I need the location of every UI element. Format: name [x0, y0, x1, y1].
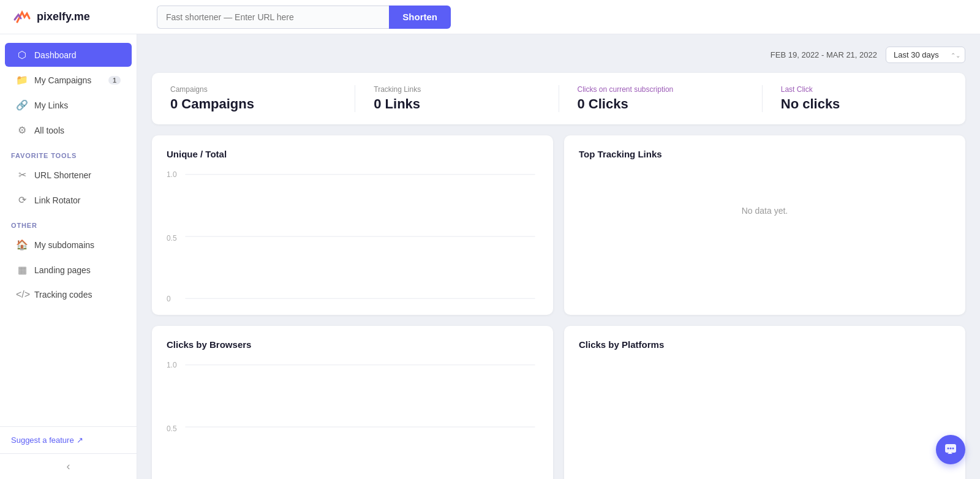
chart-top-links: Top Tracking Links No data yet. [564, 135, 965, 315]
stats-row: Campaigns 0 Campaigns Tracking Links 0 L… [152, 73, 965, 124]
sidebar-label-subdomains: My subdomains [34, 240, 94, 250]
url-shortener-icon: ✂ [16, 169, 28, 181]
chart-platforms-title: Clicks by Platforms [579, 339, 951, 350]
stat-last-click-value: No clicks [781, 96, 947, 112]
chart-unique-total-area: 1.0 0.5 0 12AM 3AM 6AM 9AM 12PM 3PM [167, 169, 538, 304]
stat-last-click: Last Click No clicks [763, 85, 965, 112]
svg-text:0.5: 0.5 [167, 234, 177, 243]
sidebar-item-landing-pages[interactable]: ▦ Landing pages [5, 258, 132, 282]
logo-icon [12, 7, 32, 27]
sidebar-collapse-button[interactable]: ‹ [0, 453, 137, 479]
tracking-codes-icon: </> [16, 289, 28, 300]
stat-campaigns-label: Campaigns [170, 85, 336, 94]
landing-pages-icon: ▦ [16, 264, 28, 276]
no-data-top-links: No data yet. [579, 169, 951, 252]
svg-text:0: 0 [167, 295, 171, 303]
chat-button[interactable] [936, 435, 965, 464]
sidebar-label-campaigns: My Campaigns [34, 75, 91, 85]
sidebar: ⬡ Dashboard 📁 My Campaigns 1 🔗 My Links … [0, 34, 137, 479]
sidebar-label-link-rotator: Link Rotator [34, 195, 80, 205]
links-icon: 🔗 [16, 99, 28, 111]
suggest-feature-link[interactable]: Suggest a feature ↗ [11, 436, 126, 445]
chart-unique-total-title: Unique / Total [167, 149, 538, 159]
sidebar-nav: ⬡ Dashboard 📁 My Campaigns 1 🔗 My Links … [0, 34, 137, 426]
section-favorite: FAVORITE TOOLS [0, 145, 137, 162]
svg-point-32 [950, 448, 952, 450]
sidebar-item-tracking-codes[interactable]: </> Tracking codes [5, 283, 132, 306]
charts-grid: Unique / Total 1.0 0.5 0 12AM 3AM [152, 135, 965, 479]
section-other: OTHER [0, 214, 137, 232]
link-rotator-icon: ⟳ [16, 194, 28, 206]
chart-top-links-area: No data yet. [579, 169, 951, 304]
sidebar-label-alltools: All tools [34, 126, 64, 135]
chat-icon [944, 443, 957, 456]
chart-platforms: Clicks by Platforms [564, 326, 965, 479]
sidebar-item-link-rotator[interactable]: ⟳ Link Rotator [5, 188, 132, 212]
sidebar-label-landing-pages: Landing pages [34, 265, 91, 275]
sidebar-item-links[interactable]: 🔗 My Links [5, 93, 132, 117]
svg-point-31 [948, 448, 949, 450]
logo-text: pixelfy.me [37, 10, 90, 23]
date-range-text: FEB 19, 2022 - MAR 21, 2022 [771, 50, 877, 59]
stat-last-click-label: Last Click [781, 85, 947, 94]
stat-links-value: 0 Links [374, 96, 540, 112]
shorten-button[interactable]: Shorten [389, 6, 451, 29]
svg-text:1.0: 1.0 [167, 361, 177, 369]
app-body: ⬡ Dashboard 📁 My Campaigns 1 🔗 My Links … [0, 34, 980, 479]
suggest-icon: ↗ [77, 436, 83, 445]
stat-links: Tracking Links 0 Links [355, 85, 559, 112]
url-shortener-form: Shorten [157, 6, 451, 29]
campaigns-icon: 📁 [16, 74, 28, 86]
sidebar-item-dashboard[interactable]: ⬡ Dashboard [5, 43, 132, 67]
dashboard-icon: ⬡ [16, 49, 28, 61]
stat-links-label: Tracking Links [374, 85, 540, 94]
subdomains-icon: 🏠 [16, 239, 28, 251]
chart-unique-total: Unique / Total 1.0 0.5 0 12AM 3AM [152, 135, 553, 315]
chart-browsers-area: 1.0 0.5 0 12AM 3AM 6AM 9AM 12PM 3PM 6PM … [167, 360, 538, 479]
stat-clicks: Clicks on current subscription 0 Clicks [559, 85, 763, 112]
sidebar-label-links: My Links [34, 100, 68, 110]
campaigns-badge: 1 [108, 76, 121, 85]
sidebar-label-url-shortener: URL Shortener [34, 170, 91, 180]
sidebar-item-subdomains[interactable]: 🏠 My subdomains [5, 233, 132, 257]
stat-campaigns-value: 0 Campaigns [170, 96, 336, 112]
suggest-label: Suggest a feature [11, 436, 74, 445]
chart-browsers: Clicks by Browsers 1.0 0.5 0 12AM 3AM 6A… [152, 326, 553, 479]
sidebar-item-alltools[interactable]: ⚙ All tools [5, 118, 132, 142]
logo: pixelfy.me [12, 7, 147, 27]
stat-clicks-value: 0 Clicks [578, 96, 744, 112]
stat-campaigns: Campaigns 0 Campaigns [152, 85, 355, 112]
main-header: FEB 19, 2022 - MAR 21, 2022 Last 30 days… [152, 47, 965, 63]
date-range-select[interactable]: Last 30 days Last 7 days Last 90 days Cu… [886, 47, 965, 63]
url-input[interactable] [157, 6, 389, 29]
date-range-select-wrapper: Last 30 days Last 7 days Last 90 days Cu… [886, 47, 965, 63]
stat-clicks-label: Clicks on current subscription [578, 85, 744, 94]
sidebar-label-dashboard: Dashboard [34, 50, 77, 60]
chart-platforms-area [579, 360, 951, 479]
chart-browsers-svg: 1.0 0.5 0 12AM 3AM 6AM 9AM 12PM 3PM 6PM … [167, 360, 538, 479]
chart-browsers-title: Clicks by Browsers [167, 339, 538, 350]
sidebar-item-campaigns[interactable]: 📁 My Campaigns 1 [5, 68, 132, 92]
chart-unique-total-svg: 1.0 0.5 0 12AM 3AM 6AM 9AM 12PM 3PM [167, 169, 538, 304]
sidebar-label-tracking-codes: Tracking codes [34, 290, 92, 300]
svg-point-33 [952, 448, 954, 450]
sidebar-footer: Suggest a feature ↗ [0, 426, 137, 453]
top-nav: pixelfy.me Shorten [0, 0, 980, 34]
chart-top-links-title: Top Tracking Links [579, 149, 951, 159]
alltools-icon: ⚙ [16, 124, 28, 136]
main-content: FEB 19, 2022 - MAR 21, 2022 Last 30 days… [137, 34, 980, 479]
sidebar-item-url-shortener[interactable]: ✂ URL Shortener [5, 163, 132, 187]
svg-text:0.5: 0.5 [167, 424, 177, 433]
svg-text:1.0: 1.0 [167, 170, 177, 179]
